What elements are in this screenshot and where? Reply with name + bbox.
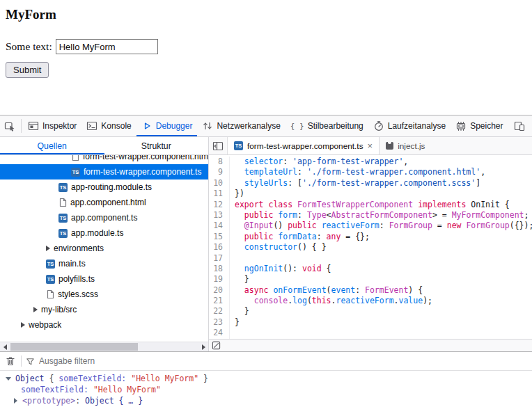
- code-text: styleUrls: ['./form-test-wrapper.compone…: [230, 178, 480, 189]
- tab-console[interactable]: Konsole: [81, 115, 136, 136]
- sidebar-tabs: QuellenStruktur: [0, 137, 208, 155]
- tab-styleeditor[interactable]: { }Stilbearbeitung: [285, 115, 368, 136]
- tab-performance[interactable]: Laufzeitanalyse: [368, 115, 451, 136]
- line-number: 13: [209, 210, 230, 221]
- file-icon: [46, 289, 54, 299]
- sidebar-tab-quellen[interactable]: Quellen: [0, 137, 104, 154]
- tree-item[interactable]: environments: [0, 241, 208, 256]
- tree-item[interactable]: webpack: [0, 317, 208, 333]
- tree-item[interactable]: TSapp.module.ts: [0, 225, 208, 241]
- console-row[interactable]: Object { someTextField: "Hello MyForm" }: [0, 373, 532, 384]
- code-line: 16 constructor() { }: [209, 242, 532, 253]
- line-number: 19: [209, 274, 230, 285]
- tree-item-label: app-routing.module.ts: [71, 182, 152, 192]
- ts-file-icon: TS: [46, 260, 55, 269]
- scroll-right-arrow-icon[interactable]: [198, 342, 208, 351]
- code-text: }: [230, 274, 249, 285]
- code-text: console.log(this.reactiveForm.value);: [230, 296, 432, 306]
- ts-file-icon: TS: [71, 168, 80, 177]
- line-number: 10: [209, 178, 230, 189]
- tree-item-label: app.component.html: [70, 198, 146, 207]
- tree-item[interactable]: TSform-test-wrapper.component.ts: [0, 164, 208, 179]
- file-icon: [58, 198, 67, 207]
- line-number: 9: [209, 167, 230, 177]
- pick-element-button[interactable]: [0, 115, 19, 136]
- trash-icon: [6, 356, 15, 366]
- code-view[interactable]: 8 selector: 'app-form-test-wrapper',9 te…: [209, 155, 532, 339]
- tree-item[interactable]: styles.scss: [0, 287, 208, 302]
- some-text-input[interactable]: [56, 39, 158, 54]
- code-text: public formData: any = {};: [230, 232, 370, 242]
- file-icon: [71, 155, 79, 161]
- tab-memory[interactable]: Speicher: [451, 115, 508, 136]
- tab-debugger[interactable]: Debugger: [136, 115, 198, 136]
- line-number: 14: [209, 221, 230, 231]
- tree-item-label: environments: [54, 244, 104, 253]
- devtools-panel: InspektorKonsoleDebuggerNetzwerkanalyse{…: [0, 115, 532, 407]
- line-number: 18: [209, 264, 230, 274]
- line-number: 24: [209, 328, 230, 338]
- toolbar-separator: [21, 119, 22, 133]
- form-row: Some text:: [6, 39, 526, 54]
- code-text: @Input() public reactiveForm: FormGroup …: [230, 221, 532, 231]
- editor-tab-bar: TSform-test-wrapper.component.ts×inject.…: [209, 137, 532, 155]
- collapse-twisty-icon[interactable]: [14, 398, 17, 404]
- scroll-left-arrow-icon[interactable]: [0, 342, 10, 351]
- devtools-toolbar-tabs: InspektorKonsoleDebuggerNetzwerkanalyse{…: [23, 115, 508, 136]
- editor-tab[interactable]: TSform-test-wrapper.component.ts×: [228, 137, 380, 154]
- line-number: 21: [209, 296, 230, 306]
- tree-item[interactable]: my-lib/src: [0, 302, 208, 317]
- code-line: 8 selector: 'app-form-test-wrapper',: [209, 157, 532, 167]
- screenshot-root: { "theme": { "accent_blue": "#0060df", "…: [0, 0, 532, 407]
- sources-pane-toggle-button[interactable]: [209, 137, 228, 154]
- tree-item-label: styles.scss: [58, 289, 98, 299]
- tree-item[interactable]: TSmain.ts: [0, 256, 208, 271]
- code-text: [230, 328, 235, 338]
- tab-inspector[interactable]: Inspektor: [23, 115, 81, 136]
- tree-item-label: form-test-wrapper.component.html: [83, 155, 208, 161]
- line-number: 8: [209, 157, 230, 167]
- debugger-sidebar: QuellenStruktur form-test-wrapper.compon…: [0, 137, 209, 351]
- tab-netmonitor[interactable]: Netzwerkanalyse: [197, 115, 285, 136]
- source-tree: form-test-wrapper.component.htmlTSform-t…: [0, 155, 208, 342]
- sidebar-tab-struktur[interactable]: Struktur: [104, 137, 209, 154]
- expand-twisty-icon[interactable]: [6, 377, 11, 381]
- tree-item[interactable]: TSapp-routing.module.ts: [0, 179, 208, 195]
- scrollbar-thumb[interactable]: [10, 343, 138, 351]
- tree-item[interactable]: TSpolyfills.ts: [0, 271, 208, 287]
- horizontal-scrollbar[interactable]: [0, 342, 208, 351]
- debugger-panel: QuellenStruktur form-test-wrapper.compon…: [0, 137, 532, 351]
- netmonitor-panel-icon: [202, 120, 213, 131]
- responsive-design-mode-icon: [514, 120, 525, 131]
- blackbox-source-icon: [212, 341, 221, 350]
- code-line: 20 async onFormEvent(event: FormEvent) {: [209, 285, 532, 296]
- debugger-panel-icon: [141, 120, 152, 131]
- tree-item-label: form-test-wrapper.component.ts: [84, 167, 201, 177]
- submit-button[interactable]: Submit: [6, 62, 49, 78]
- form-label: Some text:: [6, 40, 52, 53]
- close-tab-icon[interactable]: ×: [368, 141, 373, 150]
- blackbox-source-button[interactable]: [212, 341, 221, 350]
- ts-file-icon: TS: [58, 229, 68, 238]
- tab-label: Laufzeitanalyse: [388, 121, 446, 131]
- console-row[interactable]: <prototype>: Object { … }: [0, 395, 532, 406]
- responsive-design-mode-button[interactable]: [510, 115, 529, 136]
- folder-twisty-icon: [21, 322, 25, 328]
- console-filter-input[interactable]: [39, 356, 528, 366]
- line-number: 20: [209, 285, 230, 296]
- folder-twisty-icon: [33, 307, 38, 312]
- ts-file-icon: TS: [234, 141, 243, 150]
- code-text: }: [230, 317, 240, 328]
- tree-item[interactable]: TSapp.component.ts: [0, 210, 208, 225]
- code-text: constructor() { }: [230, 242, 327, 253]
- tab-label: Konsole: [101, 121, 131, 131]
- console-output: Object { someTextField: "Hello MyForm" }…: [0, 371, 532, 406]
- inspector-panel-icon: [28, 120, 39, 131]
- clear-console-button[interactable]: [4, 356, 17, 366]
- tree-item[interactable]: app.component.html: [0, 195, 208, 210]
- tree-item-label: app.module.ts: [71, 228, 123, 238]
- tree-item[interactable]: form-test-wrapper.component.html: [0, 155, 208, 164]
- console-row[interactable]: someTextField: "Hello MyForm": [0, 384, 532, 395]
- code-line: 14 @Input() public reactiveForm: FormGro…: [209, 221, 532, 231]
- editor-tab[interactable]: inject.js: [380, 137, 431, 154]
